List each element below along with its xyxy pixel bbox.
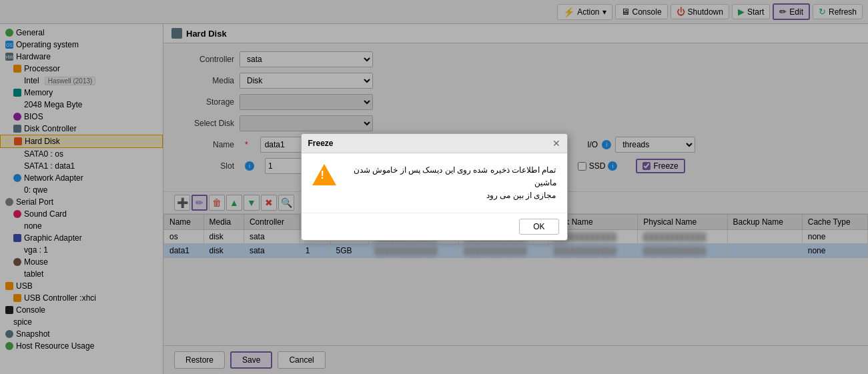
freeze-dialog: Freeze ✕ تمام اطلاعات ذخیره شده روی این … <box>301 133 568 241</box>
modal-body: تمام اطلاعات ذخیره شده روی این دیسک پس ا… <box>302 153 567 213</box>
modal-title-bar: Freeze ✕ <box>302 134 567 153</box>
modal-overlay: Freeze ✕ تمام اطلاعات ذخیره شده روی این … <box>0 0 868 374</box>
modal-close-button[interactable]: ✕ <box>552 138 560 149</box>
modal-ok-button[interactable]: OK <box>519 219 558 235</box>
modal-footer: OK <box>302 213 567 240</box>
modal-message: تمام اطلاعات ذخیره شده روی این دیسک پس ا… <box>344 164 556 203</box>
modal-title: Freeze <box>308 139 334 148</box>
warning-icon <box>312 164 336 185</box>
